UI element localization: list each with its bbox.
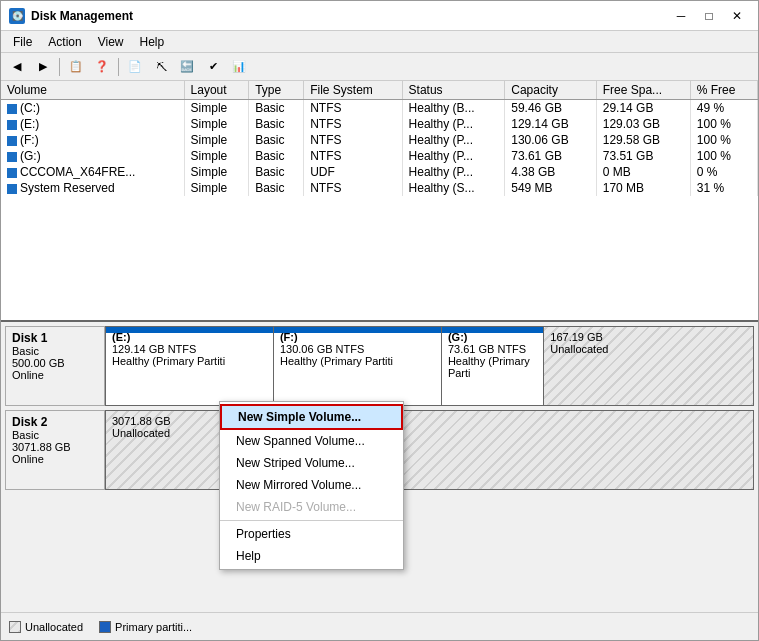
cell-fs-3: NTFS (304, 148, 402, 164)
ctx-new-raid5: New RAID-5 Volume... (220, 496, 403, 518)
title-bar: 💽 Disk Management ─ □ ✕ (1, 1, 758, 31)
disk1-status: Online (12, 369, 44, 381)
cell-status-0: Healthy (B... (402, 100, 505, 117)
cell-volume-1: (E:) (1, 116, 184, 132)
table-row[interactable]: System Reserved Simple Basic NTFS Health… (1, 180, 758, 196)
disk1-partition-e[interactable]: (E:) 129.14 GB NTFS Healthy (Primary Par… (106, 327, 274, 405)
disk1-label: Disk 1 Basic 500.00 GB Online (5, 326, 105, 406)
disk2-unallocated[interactable]: 3071.88 GB Unallocated (106, 411, 753, 489)
cell-fs-2: NTFS (304, 132, 402, 148)
app-icon: 💽 (9, 8, 25, 24)
ctx-new-simple[interactable]: New Simple Volume... (220, 404, 403, 430)
ctx-help[interactable]: Help (220, 545, 403, 567)
toolbar-check-button[interactable]: ✔ (201, 56, 225, 78)
legend-unallocated: Unallocated (9, 621, 83, 633)
cell-volume-2: (F:) (1, 132, 184, 148)
volume-table: Volume Layout Type File System Status Ca… (1, 81, 758, 196)
cell-capacity-1: 129.14 GB (505, 116, 596, 132)
cell-fs-4: UDF (304, 164, 402, 180)
cell-volume-3: (G:) (1, 148, 184, 164)
legend-primary: Primary partiti... (99, 621, 192, 633)
cell-type-3: Basic (249, 148, 304, 164)
cell-layout-3: Simple (184, 148, 249, 164)
disk1-partition-f[interactable]: (F:) 130.06 GB NTFS Healthy (Primary Par… (274, 327, 442, 405)
toolbar-undo-button[interactable]: 🔙 (175, 56, 199, 78)
menu-bar: File Action View Help (1, 31, 758, 53)
ctx-new-striped[interactable]: New Striped Volume... (220, 452, 403, 474)
ctx-properties[interactable]: Properties (220, 523, 403, 545)
menu-view[interactable]: View (90, 33, 132, 51)
back-button[interactable]: ◀ (5, 56, 29, 78)
cell-capacity-2: 130.06 GB (505, 132, 596, 148)
col-layout: Layout (184, 81, 249, 100)
toolbar-help-button[interactable]: ❓ (90, 56, 114, 78)
disk1-size: 500.00 GB (12, 357, 65, 369)
cell-layout-2: Simple (184, 132, 249, 148)
minimize-button[interactable]: ─ (668, 6, 694, 26)
disk1-unalloc-size: 167.19 GB (550, 331, 747, 343)
legend-primary-label: Primary partiti... (115, 621, 192, 633)
disk1-partition-g[interactable]: (G:) 73.61 GB NTFS Healthy (Primary Part… (442, 327, 544, 405)
col-capacity: Capacity (505, 81, 596, 100)
menu-file[interactable]: File (5, 33, 40, 51)
cell-type-0: Basic (249, 100, 304, 117)
cell-free-0: 29.14 GB (596, 100, 690, 117)
window-controls: ─ □ ✕ (668, 6, 750, 26)
cell-pct-0: 49 % (690, 100, 757, 117)
cell-volume-0: (C:) (1, 100, 184, 117)
cell-volume-5: System Reserved (1, 180, 184, 196)
table-row[interactable]: CCCOMA_X64FRE... Simple Basic UDF Health… (1, 164, 758, 180)
cell-type-1: Basic (249, 116, 304, 132)
ctx-new-spanned[interactable]: New Spanned Volume... (220, 430, 403, 452)
partition-f-size: 130.06 GB NTFS (280, 343, 435, 355)
table-row[interactable]: (F:) Simple Basic NTFS Healthy (P... 130… (1, 132, 758, 148)
window-title: Disk Management (31, 9, 668, 23)
toolbar-chart-button[interactable]: 📊 (227, 56, 251, 78)
toolbar-doc-button[interactable]: 📄 (123, 56, 147, 78)
disk2-status: Online (12, 453, 44, 465)
disk1-unallocated[interactable]: 167.19 GB Unallocated (544, 327, 753, 405)
disk2-unalloc-size: 3071.88 GB (112, 415, 747, 427)
disk1-type: Basic (12, 345, 39, 357)
disk2-partitions: 3071.88 GB Unallocated (105, 410, 754, 490)
disk1-row: Disk 1 Basic 500.00 GB Online (E:) 129.1… (5, 326, 754, 406)
cell-layout-1: Simple (184, 116, 249, 132)
context-menu: New Simple Volume... New Spanned Volume.… (219, 401, 404, 570)
disk2-size: 3071.88 GB (12, 441, 71, 453)
menu-help[interactable]: Help (132, 33, 173, 51)
forward-button[interactable]: ▶ (31, 56, 55, 78)
cell-type-2: Basic (249, 132, 304, 148)
col-free: Free Spa... (596, 81, 690, 100)
cell-capacity-0: 59.46 GB (505, 100, 596, 117)
partition-g-size: 73.61 GB NTFS (448, 343, 537, 355)
cell-capacity-5: 549 MB (505, 180, 596, 196)
col-pct: % Free (690, 81, 757, 100)
disk2-label: Disk 2 Basic 3071.88 GB Online (5, 410, 105, 490)
legend-primary-icon (99, 621, 111, 633)
disk1-unalloc-fs: Unallocated (550, 343, 747, 355)
toolbar-pick-button[interactable]: ⛏ (149, 56, 173, 78)
cell-capacity-3: 73.61 GB (505, 148, 596, 164)
cell-pct-4: 0 % (690, 164, 757, 180)
maximize-button[interactable]: □ (696, 6, 722, 26)
cell-status-4: Healthy (P... (402, 164, 505, 180)
partition-e-status: Healthy (Primary Partiti (112, 355, 267, 367)
toolbar-list-button[interactable]: 📋 (64, 56, 88, 78)
partition-g-name: (G:) (448, 331, 537, 343)
ctx-new-mirrored[interactable]: New Mirrored Volume... (220, 474, 403, 496)
table-row[interactable]: (C:) Simple Basic NTFS Healthy (B... 59.… (1, 100, 758, 117)
cell-fs-0: NTFS (304, 100, 402, 117)
cell-fs-5: NTFS (304, 180, 402, 196)
cell-free-3: 73.51 GB (596, 148, 690, 164)
menu-action[interactable]: Action (40, 33, 89, 51)
legend-unalloc-icon (9, 621, 21, 633)
cell-pct-2: 100 % (690, 132, 757, 148)
table-header-row: Volume Layout Type File System Status Ca… (1, 81, 758, 100)
table-row[interactable]: (G:) Simple Basic NTFS Healthy (P... 73.… (1, 148, 758, 164)
cell-layout-4: Simple (184, 164, 249, 180)
close-button[interactable]: ✕ (724, 6, 750, 26)
col-filesystem: File System (304, 81, 402, 100)
cell-free-1: 129.03 GB (596, 116, 690, 132)
table-row[interactable]: (E:) Simple Basic NTFS Healthy (P... 129… (1, 116, 758, 132)
col-type: Type (249, 81, 304, 100)
